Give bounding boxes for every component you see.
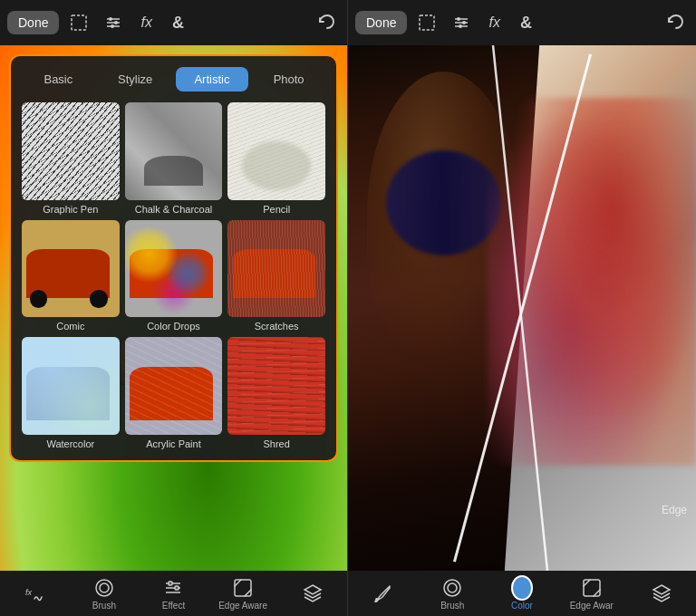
filter-thumb-pencil [227, 102, 325, 200]
left-panel: Done fx & [0, 0, 348, 616]
left-edge-aware-icon [232, 577, 254, 599]
filter-grid: Graphic Pen Chalk & Charcoal [22, 102, 325, 449]
filter-thumb-color-drops [125, 220, 223, 318]
right-done-button[interactable]: Done [355, 11, 407, 34]
svg-rect-17 [420, 15, 434, 30]
svg-marker-28 [653, 585, 670, 594]
edge-label: Edge [662, 504, 687, 516]
left-undo-icon[interactable] [311, 8, 340, 37]
filter-tabs: Basic Stylize Artistic Photo [22, 67, 325, 91]
right-color-label: Color [511, 601, 533, 611]
right-layers-button[interactable] [634, 582, 689, 604]
left-edge-aware-button[interactable]: Edge Aware [216, 577, 270, 611]
filter-label-chalk-charcoal: Chalk & Charcoal [135, 204, 213, 215]
right-layers-icon [651, 582, 672, 604]
filter-item-chalk-charcoal[interactable]: Chalk & Charcoal [125, 102, 223, 215]
eye-shadow [386, 150, 501, 255]
filter-thumb-shred [227, 337, 325, 435]
right-portrait-area: Edge [348, 45, 696, 571]
left-selection-icon[interactable] [64, 8, 93, 37]
left-adjust-icon[interactable] [99, 8, 128, 37]
right-edge-aware-button[interactable]: Edge Awar [565, 577, 619, 611]
filter-label-graphic-pen: Graphic Pen [43, 204, 98, 215]
left-fx-button[interactable]: fx [133, 11, 159, 34]
right-toolbar: Done fx & [348, 0, 696, 45]
right-brush-button[interactable]: Brush [425, 577, 479, 611]
tab-artistic[interactable]: Artistic [176, 67, 249, 91]
right-bottom-toolbar: Brush Color Edge Awar [348, 571, 696, 616]
right-color-button[interactable]: Color [495, 577, 549, 611]
svg-rect-0 [72, 15, 86, 30]
filter-label-scratches: Scratches [255, 321, 299, 332]
svg-point-25 [444, 580, 460, 596]
filter-item-pencil[interactable]: Pencil [227, 102, 325, 215]
filter-thumb-chalk-charcoal [125, 102, 223, 200]
left-effect-label: Effect [162, 601, 185, 611]
filter-item-acrylic-paint[interactable]: Acrylic Paint [125, 337, 223, 449]
right-brush-label: Brush [440, 601, 464, 611]
svg-point-23 [459, 24, 462, 28]
right-edge-aware-label: Edge Awar [570, 601, 614, 611]
svg-point-9 [100, 583, 109, 592]
filter-item-graphic-pen[interactable]: Graphic Pen [22, 102, 120, 215]
left-brush-button[interactable]: Brush [77, 577, 131, 611]
left-ampersand-button[interactable]: & [165, 10, 191, 36]
right-ampersand-button[interactable]: & [513, 10, 539, 36]
left-effect-button[interactable]: Effect [146, 577, 200, 611]
svg-point-4 [109, 17, 112, 21]
filter-item-shred[interactable]: Shred [227, 337, 325, 449]
svg-point-5 [114, 21, 118, 24]
svg-point-21 [457, 17, 460, 21]
tab-photo[interactable]: Photo [252, 67, 325, 91]
right-edge-aware-icon [581, 577, 603, 599]
right-brush-icon [441, 577, 463, 599]
right-undo-icon[interactable] [660, 8, 689, 37]
svg-rect-14 [175, 586, 179, 590]
filter-thumb-graphic-pen [22, 102, 120, 200]
filter-item-scratches[interactable]: Scratches [227, 220, 325, 332]
right-brush-tool-button[interactable] [355, 582, 410, 604]
left-brush-label: Brush [92, 601, 116, 611]
svg-marker-16 [304, 585, 321, 594]
left-edge-aware-label: Edge Aware [218, 601, 267, 611]
filter-label-watercolor: Watercolor [46, 438, 94, 449]
tab-stylize[interactable]: Stylize [99, 67, 172, 91]
filter-label-acrylic-paint: Acrylic Paint [146, 438, 201, 449]
filter-thumb-scratches [227, 220, 325, 318]
left-brush-icon [93, 577, 115, 599]
filter-label-shred: Shred [263, 438, 289, 449]
filter-item-comic[interactable]: Comic [22, 220, 120, 332]
left-layers-button[interactable] [285, 582, 340, 604]
left-toolbar: Done fx & [0, 0, 347, 45]
fx-brush-icon: fx [24, 582, 45, 604]
left-layers-icon [302, 582, 324, 604]
svg-point-6 [111, 24, 114, 28]
left-effect-icon [162, 577, 184, 599]
svg-rect-27 [584, 580, 600, 596]
filter-thumb-comic [22, 220, 120, 318]
right-brush-tool-icon [372, 582, 393, 604]
svg-rect-15 [235, 580, 251, 596]
svg-rect-13 [169, 582, 172, 585]
right-selection-icon[interactable] [412, 8, 441, 37]
right-color-icon [511, 577, 533, 599]
svg-text:fx: fx [25, 588, 33, 597]
left-done-button[interactable]: Done [7, 11, 59, 34]
svg-point-22 [462, 21, 466, 24]
filter-item-color-drops[interactable]: Color Drops [125, 220, 223, 332]
watercolor-flower-effect [488, 98, 696, 466]
filter-label-pencil: Pencil [263, 204, 290, 215]
right-adjust-icon[interactable] [447, 8, 476, 37]
filter-label-color-drops: Color Drops [147, 321, 200, 332]
svg-point-26 [448, 583, 457, 592]
filter-thumb-watercolor [22, 337, 120, 435]
filter-overlay-panel: Basic Stylize Artistic Photo Graphic Pen [9, 54, 338, 462]
right-panel: Done fx & [348, 0, 696, 616]
filter-item-watercolor[interactable]: Watercolor [22, 337, 120, 449]
left-fx-brush-button[interactable]: fx [7, 582, 62, 604]
color-circle [511, 575, 533, 601]
filter-thumb-acrylic-paint [125, 337, 223, 435]
svg-point-8 [96, 580, 112, 596]
right-fx-button[interactable]: fx [481, 11, 507, 34]
tab-basic[interactable]: Basic [22, 67, 95, 91]
